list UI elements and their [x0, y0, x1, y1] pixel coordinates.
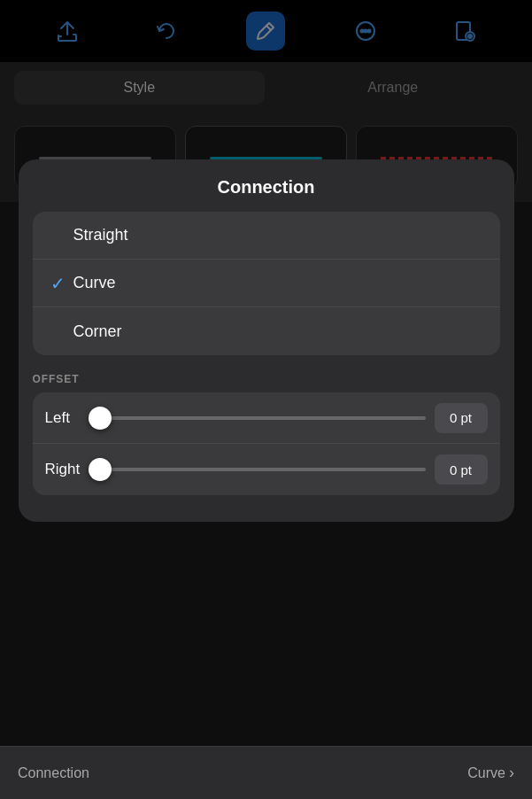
bottom-bar: Connection Curve ›: [0, 746, 532, 799]
right-slider-track[interactable]: [100, 468, 426, 471]
option-corner[interactable]: ✓ Corner: [33, 307, 500, 355]
bottom-left-label: Connection: [18, 765, 89, 781]
offset-left-label: Left: [45, 409, 91, 427]
bottom-right[interactable]: Curve ›: [467, 764, 514, 782]
option-curve-label: Curve: [73, 274, 482, 292]
offset-right-value: 0 pt: [435, 454, 488, 485]
offset-left-row: Left 0 pt: [33, 392, 500, 444]
chevron-right-icon: ›: [509, 764, 514, 782]
modal-backdrop: Connection ✓ Straight ✓ Curve ✓ Corner O…: [0, 0, 532, 799]
bottom-right-label: Curve: [467, 765, 505, 781]
option-straight[interactable]: ✓ Straight: [33, 212, 500, 260]
modal-title: Connection: [19, 177, 514, 198]
offset-container: Left 0 pt Right 0 pt: [33, 392, 500, 495]
offset-section-label: OFFSET: [33, 373, 500, 385]
curve-check-icon: ✓: [50, 273, 73, 294]
connection-modal: Connection ✓ Straight ✓ Curve ✓ Corner O…: [19, 159, 514, 522]
left-slider-thumb[interactable]: [89, 407, 112, 430]
option-straight-label: Straight: [73, 226, 482, 244]
option-curve[interactable]: ✓ Curve: [33, 260, 500, 307]
offset-right-label: Right: [45, 461, 91, 478]
right-slider-thumb[interactable]: [89, 458, 112, 481]
option-corner-label: Corner: [73, 322, 482, 341]
offset-left-value: 0 pt: [435, 403, 488, 433]
offset-right-row: Right 0 pt: [33, 444, 500, 495]
connection-options-list: ✓ Straight ✓ Curve ✓ Corner: [33, 212, 500, 355]
left-slider-track[interactable]: [100, 416, 426, 420]
